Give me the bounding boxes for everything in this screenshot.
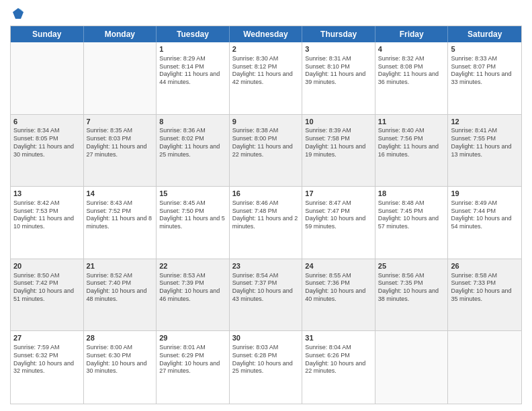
- day-number: 14: [87, 189, 154, 199]
- calendar-body: 1Sunrise: 8:29 AMSunset: 8:14 PMDaylight…: [11, 42, 521, 404]
- day-number: 22: [159, 261, 226, 271]
- calendar-cell: 25Sunrise: 8:56 AMSunset: 7:35 PMDayligh…: [375, 259, 449, 331]
- day-number: 15: [159, 189, 226, 199]
- calendar-cell: 28Sunrise: 8:00 AMSunset: 6:30 PMDayligh…: [84, 331, 157, 404]
- calendar-cell: 5Sunrise: 8:33 AMSunset: 8:07 PMDaylight…: [448, 42, 521, 114]
- day-number: 5: [451, 44, 519, 54]
- calendar-cell: 19Sunrise: 8:49 AMSunset: 7:44 PMDayligh…: [448, 187, 521, 259]
- day-info: Sunrise: 8:48 AMSunset: 7:45 PMDaylight:…: [378, 199, 445, 231]
- week-row-1: 1Sunrise: 8:29 AMSunset: 8:14 PMDaylight…: [11, 42, 521, 115]
- header-day-tuesday: Tuesday: [157, 26, 230, 42]
- day-info: Sunrise: 8:04 AMSunset: 6:26 PMDaylight:…: [305, 344, 372, 375]
- day-info: Sunrise: 8:50 AMSunset: 7:42 PMDaylight:…: [13, 272, 81, 304]
- day-info: Sunrise: 8:33 AMSunset: 8:07 PMDaylight:…: [451, 55, 519, 87]
- day-number: 26: [451, 261, 519, 271]
- calendar-cell: 3Sunrise: 8:31 AMSunset: 8:10 PMDaylight…: [302, 42, 375, 114]
- calendar-cell: 16Sunrise: 8:46 AMSunset: 7:48 PMDayligh…: [230, 187, 303, 259]
- day-info: Sunrise: 8:34 AMSunset: 8:05 PMDaylight:…: [13, 127, 81, 158]
- day-number: 17: [305, 189, 372, 199]
- day-info: Sunrise: 7:59 AMSunset: 6:32 PMDaylight:…: [13, 344, 81, 375]
- day-number: 9: [232, 117, 300, 127]
- day-info: Sunrise: 8:55 AMSunset: 7:36 PMDaylight:…: [305, 272, 372, 304]
- day-info: Sunrise: 8:56 AMSunset: 7:35 PMDaylight:…: [378, 272, 445, 304]
- calendar-cell: 27Sunrise: 7:59 AMSunset: 6:32 PMDayligh…: [11, 331, 84, 404]
- week-row-2: 6Sunrise: 8:34 AMSunset: 8:05 PMDaylight…: [11, 115, 521, 187]
- logo-text: [10, 7, 26, 20]
- day-info: Sunrise: 8:39 AMSunset: 7:58 PMDaylight:…: [305, 127, 372, 158]
- day-number: 21: [87, 261, 154, 271]
- calendar-cell: 11Sunrise: 8:40 AMSunset: 7:56 PMDayligh…: [375, 115, 449, 187]
- header: [10, 7, 522, 20]
- day-number: 31: [305, 333, 372, 343]
- day-number: 19: [451, 189, 519, 199]
- day-number: 29: [159, 333, 226, 343]
- day-number: 2: [232, 44, 300, 54]
- header-day-sunday: Sunday: [11, 26, 84, 42]
- calendar-cell: 23Sunrise: 8:54 AMSunset: 7:37 PMDayligh…: [230, 259, 303, 331]
- svg-marker-0: [13, 8, 24, 19]
- day-number: 18: [378, 189, 445, 199]
- header-day-wednesday: Wednesday: [230, 26, 303, 42]
- header-day-thursday: Thursday: [302, 26, 375, 42]
- calendar-cell: [11, 42, 84, 114]
- day-number: 8: [159, 117, 226, 127]
- calendar-cell: 18Sunrise: 8:48 AMSunset: 7:45 PMDayligh…: [375, 187, 449, 259]
- week-row-5: 27Sunrise: 7:59 AMSunset: 6:32 PMDayligh…: [11, 331, 521, 404]
- calendar-cell: 22Sunrise: 8:53 AMSunset: 7:39 PMDayligh…: [157, 259, 230, 331]
- calendar-cell: 14Sunrise: 8:43 AMSunset: 7:52 PMDayligh…: [84, 187, 157, 259]
- calendar-cell: 8Sunrise: 8:36 AMSunset: 8:02 PMDaylight…: [157, 115, 230, 187]
- calendar-cell: [375, 331, 449, 404]
- day-info: Sunrise: 8:42 AMSunset: 7:53 PMDaylight:…: [13, 199, 81, 231]
- day-number: 1: [159, 44, 226, 54]
- day-info: Sunrise: 8:52 AMSunset: 7:40 PMDaylight:…: [87, 272, 154, 304]
- day-number: 27: [13, 333, 81, 343]
- day-info: Sunrise: 8:53 AMSunset: 7:39 PMDaylight:…: [159, 272, 226, 304]
- day-info: Sunrise: 8:01 AMSunset: 6:29 PMDaylight:…: [159, 344, 226, 375]
- day-number: 6: [13, 117, 81, 127]
- day-number: 4: [378, 44, 445, 54]
- day-info: Sunrise: 8:40 AMSunset: 7:56 PMDaylight:…: [378, 127, 445, 158]
- calendar-cell: 20Sunrise: 8:50 AMSunset: 7:42 PMDayligh…: [11, 259, 84, 331]
- calendar-cell: 17Sunrise: 8:47 AMSunset: 7:47 PMDayligh…: [302, 187, 375, 259]
- day-number: 25: [378, 261, 445, 271]
- calendar-cell: [84, 42, 157, 114]
- day-info: Sunrise: 8:36 AMSunset: 8:02 PMDaylight:…: [159, 127, 226, 158]
- calendar-cell: 6Sunrise: 8:34 AMSunset: 8:05 PMDaylight…: [11, 115, 84, 187]
- calendar-cell: 13Sunrise: 8:42 AMSunset: 7:53 PMDayligh…: [11, 187, 84, 259]
- day-number: 16: [232, 189, 300, 199]
- day-info: Sunrise: 8:49 AMSunset: 7:44 PMDaylight:…: [451, 199, 519, 231]
- calendar-cell: [448, 331, 521, 404]
- calendar: SundayMondayTuesdayWednesdayThursdayFrid…: [10, 26, 522, 404]
- logo-icon: [11, 7, 25, 20]
- day-info: Sunrise: 8:00 AMSunset: 6:30 PMDaylight:…: [87, 344, 154, 375]
- day-info: Sunrise: 8:58 AMSunset: 7:33 PMDaylight:…: [451, 272, 519, 304]
- day-info: Sunrise: 8:45 AMSunset: 7:50 PMDaylight:…: [159, 199, 226, 231]
- calendar-cell: 21Sunrise: 8:52 AMSunset: 7:40 PMDayligh…: [84, 259, 157, 331]
- calendar-cell: 1Sunrise: 8:29 AMSunset: 8:14 PMDaylight…: [157, 42, 230, 114]
- day-info: Sunrise: 8:03 AMSunset: 6:28 PMDaylight:…: [232, 344, 300, 375]
- day-number: 12: [451, 117, 519, 127]
- calendar-cell: 30Sunrise: 8:03 AMSunset: 6:28 PMDayligh…: [230, 331, 303, 404]
- calendar-cell: 29Sunrise: 8:01 AMSunset: 6:29 PMDayligh…: [157, 331, 230, 404]
- day-info: Sunrise: 8:38 AMSunset: 8:00 PMDaylight:…: [232, 127, 300, 158]
- calendar-cell: 10Sunrise: 8:39 AMSunset: 7:58 PMDayligh…: [302, 115, 375, 187]
- header-day-saturday: Saturday: [448, 26, 521, 42]
- day-info: Sunrise: 8:47 AMSunset: 7:47 PMDaylight:…: [305, 199, 372, 231]
- day-number: 24: [305, 261, 372, 271]
- day-number: 7: [87, 117, 154, 127]
- week-row-3: 13Sunrise: 8:42 AMSunset: 7:53 PMDayligh…: [11, 187, 521, 259]
- calendar-cell: 26Sunrise: 8:58 AMSunset: 7:33 PMDayligh…: [448, 259, 521, 331]
- calendar-cell: 12Sunrise: 8:41 AMSunset: 7:55 PMDayligh…: [448, 115, 521, 187]
- day-info: Sunrise: 8:54 AMSunset: 7:37 PMDaylight:…: [232, 272, 300, 304]
- calendar-cell: 7Sunrise: 8:35 AMSunset: 8:03 PMDaylight…: [84, 115, 157, 187]
- day-number: 3: [305, 44, 372, 54]
- day-info: Sunrise: 8:32 AMSunset: 8:08 PMDaylight:…: [378, 55, 445, 87]
- calendar-cell: 24Sunrise: 8:55 AMSunset: 7:36 PMDayligh…: [302, 259, 375, 331]
- calendar-cell: 31Sunrise: 8:04 AMSunset: 6:26 PMDayligh…: [302, 331, 375, 404]
- day-info: Sunrise: 8:41 AMSunset: 7:55 PMDaylight:…: [451, 127, 519, 158]
- calendar-header: SundayMondayTuesdayWednesdayThursdayFrid…: [11, 26, 521, 42]
- logo: [10, 7, 26, 20]
- calendar-cell: 9Sunrise: 8:38 AMSunset: 8:00 PMDaylight…: [230, 115, 303, 187]
- day-info: Sunrise: 8:43 AMSunset: 7:52 PMDaylight:…: [87, 199, 154, 231]
- header-day-friday: Friday: [375, 26, 449, 42]
